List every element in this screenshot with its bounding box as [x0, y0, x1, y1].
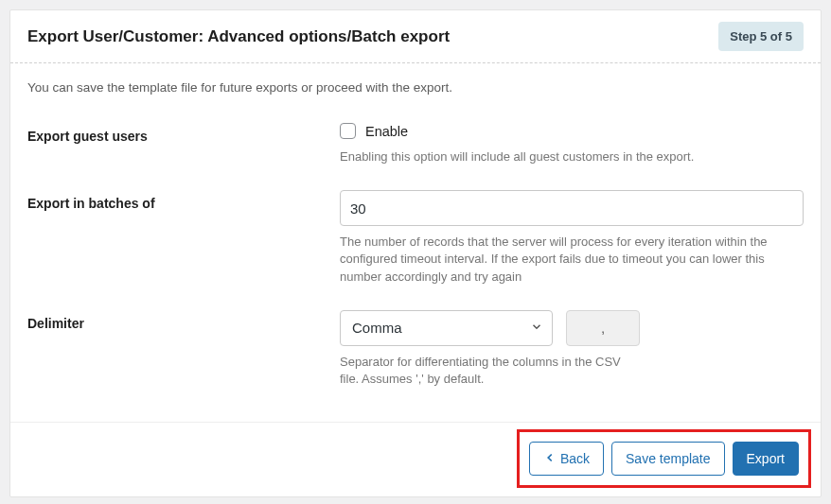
batch-size-input[interactable]	[340, 190, 804, 226]
row-delimiter: Delimiter Comma , Separator for differen…	[27, 310, 804, 388]
step-badge: Step 5 of 5	[718, 22, 804, 51]
guest-users-help: Enabling this option will include all gu…	[340, 148, 804, 165]
row-batch: Export in batches of The number of recor…	[27, 190, 804, 286]
card-footer: Back Save template Export	[10, 422, 821, 496]
delimiter-select[interactable]: Comma	[340, 310, 553, 346]
delimiter-help: Separator for differentiating the column…	[340, 354, 643, 388]
footer-buttons-highlight: Back Save template Export	[517, 429, 811, 488]
label-batch: Export in batches of	[27, 190, 340, 211]
batch-help: The number of records that the server wi…	[340, 234, 804, 286]
delimiter-char-display: ,	[566, 310, 640, 346]
delimiter-select-wrap: Comma	[340, 310, 553, 346]
field-guest-users: Enable Enabling this option will include…	[340, 123, 804, 165]
card-body: You can save the template file for futur…	[10, 63, 821, 422]
save-template-button[interactable]: Save template	[611, 442, 725, 476]
save-template-label: Save template	[626, 451, 711, 466]
back-button-label: Back	[560, 451, 590, 466]
row-guest-users: Export guest users Enable Enabling this …	[27, 123, 804, 165]
intro-text: You can save the template file for futur…	[27, 80, 804, 95]
page-title: Export User/Customer: Advanced options/B…	[27, 27, 450, 46]
field-batch: The number of records that the server wi…	[340, 190, 804, 286]
delimiter-controls: Comma ,	[340, 310, 804, 346]
card-header: Export User/Customer: Advanced options/B…	[10, 10, 821, 63]
guest-users-checkbox-label: Enable	[365, 124, 408, 139]
export-button[interactable]: Export	[733, 442, 799, 476]
label-delimiter: Delimiter	[27, 310, 340, 331]
guest-users-checkbox[interactable]	[340, 123, 356, 139]
chevron-left-icon	[543, 451, 557, 467]
export-button-label: Export	[747, 451, 785, 466]
export-card: Export User/Customer: Advanced options/B…	[9, 9, 822, 497]
label-guest-users: Export guest users	[27, 123, 340, 144]
field-delimiter: Comma , Separator for differentiating th…	[340, 310, 804, 388]
guest-users-checkbox-wrap[interactable]: Enable	[340, 123, 804, 139]
back-button[interactable]: Back	[529, 442, 604, 476]
